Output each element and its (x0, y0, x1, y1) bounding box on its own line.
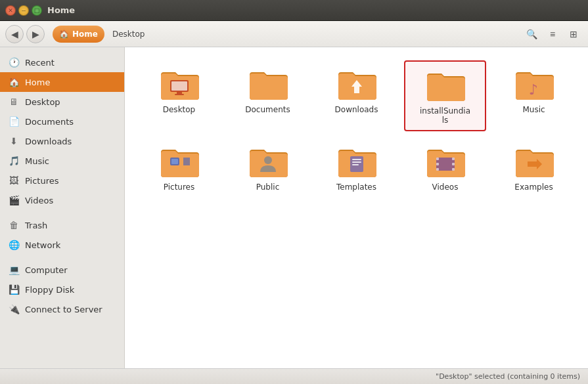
sidebar-item-connect[interactable]: 🔌 Connect to Server (0, 299, 124, 319)
svg-marker-8 (183, 158, 190, 165)
videos-folder-icon (424, 143, 466, 180)
templates-folder-icon (336, 143, 378, 180)
file-item-downloads[interactable]: Downloads (315, 60, 397, 131)
breadcrumb-desktop[interactable]: Desktop (106, 26, 152, 43)
svg-rect-1 (171, 81, 187, 91)
minimize-button[interactable]: − (18, 5, 29, 16)
svg-text:♪: ♪ (529, 81, 538, 98)
content-area: Desktop Documents (125, 47, 588, 368)
svg-point-9 (264, 156, 272, 164)
sidebar-item-home[interactable]: 🏠 Home (0, 72, 124, 92)
recent-icon: 🕐 (8, 57, 20, 68)
sidebar-item-desktop[interactable]: 🖥 Desktop (0, 92, 124, 112)
file-item-videos[interactable]: Videos (404, 138, 486, 197)
svg-rect-11 (352, 159, 361, 160)
sidebar-item-floppy[interactable]: 💾 Floppy Disk (0, 280, 124, 299)
sidebar-label-network: Network (25, 240, 60, 250)
maximize-button[interactable]: □ (32, 5, 42, 16)
public-folder-icon (247, 143, 289, 180)
list-view-button[interactable]: ≡ (543, 25, 562, 43)
sidebar-label-floppy: Floppy Disk (25, 285, 74, 295)
sidebar-item-downloads[interactable]: ⬇ Downloads (0, 131, 124, 151)
videos-icon: 🎬 (8, 195, 20, 205)
file-label-pictures: Pictures (164, 182, 195, 192)
file-item-music[interactable]: ♪ Music (493, 60, 575, 131)
window-controls: ✕ − □ (5, 5, 42, 16)
file-label-public: Public (256, 182, 280, 192)
svg-rect-3 (175, 94, 184, 95)
svg-rect-18 (452, 158, 455, 160)
file-label-music: Music (522, 105, 545, 114)
svg-rect-14 (436, 158, 455, 171)
installsundials-folder-icon (424, 67, 466, 104)
file-label-downloads: Downloads (335, 105, 378, 114)
sidebar-label-home: Home (25, 77, 50, 87)
file-item-installsundials[interactable]: installSundials (404, 60, 486, 131)
forward-button[interactable]: ▶ (26, 25, 45, 43)
search-button[interactable]: 🔍 (522, 25, 541, 43)
sidebar-label-pictures: Pictures (25, 176, 58, 186)
file-item-documents[interactable]: Documents (227, 60, 309, 131)
file-item-desktop[interactable]: Desktop (138, 60, 220, 131)
floppy-icon: 💾 (8, 284, 20, 295)
file-item-public[interactable]: Public (227, 138, 309, 197)
file-item-pictures[interactable]: Pictures (138, 138, 220, 197)
window-title: Home (47, 5, 75, 15)
svg-rect-17 (436, 168, 439, 171)
sidebar-label-documents: Documents (25, 117, 74, 127)
music-folder-icon: ♪ (513, 66, 555, 102)
sidebar-label-connect: Connect to Server (25, 305, 102, 314)
examples-folder-icon (513, 143, 555, 180)
file-label-desktop: Desktop (163, 105, 196, 114)
sidebar-item-music[interactable]: 🎵 Music (0, 151, 124, 171)
svg-rect-2 (177, 92, 182, 94)
statusbar: "Desktop" selected (containing 0 items) (0, 368, 588, 384)
file-item-templates[interactable]: Templates (315, 138, 397, 197)
home-icon: 🏠 (59, 30, 69, 39)
toolbar: ◀ ▶ 🏠 Home Desktop 🔍 ≡ ⊞ (0, 21, 588, 47)
downloads-folder-icon (336, 66, 378, 102)
sidebar-item-trash[interactable]: 🗑 Trash (0, 215, 124, 235)
pictures-folder-icon (158, 143, 200, 180)
file-item-examples[interactable]: Examples (493, 138, 575, 197)
sidebar-item-recent[interactable]: 🕐 Recent (0, 53, 124, 72)
sidebar-label-recent: Recent (25, 58, 55, 68)
sidebar-label-desktop: Desktop (25, 97, 60, 107)
desktop-folder-icon (158, 66, 200, 102)
trash-icon: 🗑 (8, 220, 20, 230)
sidebar-item-network[interactable]: 🌐 Network (0, 235, 124, 255)
desktop-icon: 🖥 (8, 96, 20, 107)
svg-rect-7 (171, 159, 178, 164)
main-layout: 🕐 Recent 🏠 Home 🖥 Desktop 📄 Documents ⬇ … (0, 47, 588, 368)
sidebar: 🕐 Recent 🏠 Home 🖥 Desktop 📄 Documents ⬇ … (0, 47, 125, 368)
sidebar-item-computer[interactable]: 💻 Computer (0, 260, 124, 280)
sidebar-divider-2 (0, 255, 124, 260)
breadcrumb-home[interactable]: 🏠 Home (53, 26, 104, 43)
home-icon: 🏠 (8, 77, 20, 87)
file-label-documents: Documents (245, 105, 290, 114)
sidebar-label-videos: Videos (25, 196, 53, 205)
file-grid: Desktop Documents (138, 60, 575, 197)
close-button[interactable]: ✕ (5, 5, 16, 16)
network-icon: 🌐 (8, 240, 20, 250)
sidebar-item-documents[interactable]: 📄 Documents (0, 112, 124, 131)
breadcrumb-bar: 🏠 Home Desktop (53, 26, 514, 43)
pictures-icon: 🖼 (8, 175, 20, 186)
file-label-templates: Templates (336, 182, 376, 192)
file-label-installsundials: installSundials (419, 106, 472, 125)
svg-rect-16 (436, 163, 439, 165)
sidebar-label-computer: Computer (25, 265, 68, 275)
connect-icon: 🔌 (8, 304, 20, 314)
back-button[interactable]: ◀ (5, 25, 24, 43)
sidebar-item-videos[interactable]: 🎬 Videos (0, 190, 124, 210)
sidebar-label-downloads: Downloads (25, 137, 72, 146)
file-label-examples: Examples (514, 182, 553, 192)
sidebar-label-trash: Trash (25, 221, 47, 230)
status-text: "Desktop" selected (containing 0 items) (436, 372, 580, 381)
sidebar-item-pictures[interactable]: 🖼 Pictures (0, 171, 124, 190)
breadcrumb-home-label: Home (72, 30, 98, 39)
downloads-icon: ⬇ (8, 136, 20, 146)
grid-view-button[interactable]: ⊞ (564, 25, 583, 43)
documents-icon: 📄 (8, 116, 20, 127)
sidebar-label-music: Music (25, 156, 49, 166)
